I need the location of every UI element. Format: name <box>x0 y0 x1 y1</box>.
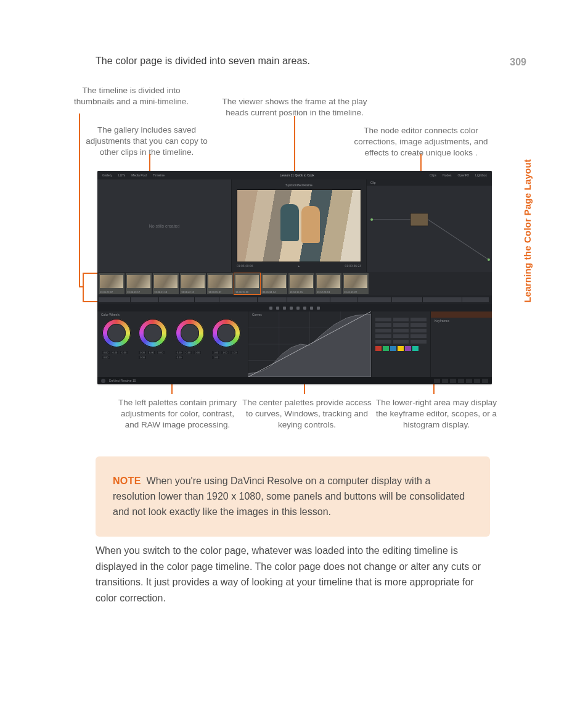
color-wheel-ring[interactable] <box>176 319 204 347</box>
callout-center-palettes: The center palettes provide access to cu… <box>239 397 375 431</box>
thumb-timecode: 13:53:39:07 <box>208 291 221 294</box>
qualifier-panel[interactable] <box>371 311 430 377</box>
param-field[interactable] <box>375 323 391 327</box>
mini-timeline[interactable] <box>97 295 492 304</box>
play-icon[interactable]: ▸ <box>298 264 300 268</box>
color-wheel-offset[interactable]: 1.001.001.001.00 <box>212 319 243 359</box>
param-field[interactable] <box>393 323 409 327</box>
color-wheel-lift[interactable]: 0.000.000.000.00 <box>102 319 133 359</box>
toolbar-item[interactable]: Timeline <box>153 173 165 177</box>
curves-panel[interactable]: Curves <box>248 311 371 377</box>
param-field[interactable] <box>393 318 409 321</box>
mini-timeline-clip[interactable] <box>195 297 219 302</box>
param-field[interactable] <box>375 318 391 321</box>
viewer-panel[interactable]: Syncronized Frame 01:03:40:06 ▸ 01:00:36… <box>232 179 366 272</box>
top-toolbar: Gallery LUTs Media Pool Timeline Lesson … <box>97 171 492 179</box>
palette-toolbar <box>97 304 492 311</box>
color-swatch[interactable] <box>383 346 389 351</box>
wheel-readout: 0.00 <box>120 351 128 354</box>
app-logo-icon <box>101 379 105 383</box>
mini-timeline-clip[interactable] <box>392 297 423 302</box>
figure-color-page-layout: The timeline is divided into thumbnails … <box>79 81 492 452</box>
param-field[interactable] <box>410 334 427 338</box>
color-wheel-gamma[interactable]: 0.000.000.000.00 <box>139 319 169 359</box>
thumbnail-clip[interactable]: 13:52:28:13 <box>316 273 341 294</box>
thumbnail-clip[interactable]: 13:50:19:15 <box>288 273 314 294</box>
param-field[interactable] <box>375 340 391 344</box>
wheel-readout: 0.00 <box>176 356 183 359</box>
color-swatch[interactable] <box>375 346 382 351</box>
mini-timeline-clip[interactable] <box>258 297 287 302</box>
toolbar-item[interactable]: OpenFX <box>457 173 469 177</box>
mini-timeline-clip[interactable] <box>159 297 195 302</box>
color-swatch[interactable] <box>405 346 411 351</box>
color-swatch[interactable] <box>412 346 419 351</box>
param-field[interactable] <box>410 323 427 327</box>
param-field[interactable] <box>393 334 409 338</box>
wheel-readout: 1.00 <box>221 351 229 354</box>
thumb-timecode: 13:41:19:22 <box>344 291 357 294</box>
thumb-timecode: 13:36:11:18 <box>154 291 167 294</box>
note-text: When you're using DaVinci Resolve on a c… <box>113 476 465 517</box>
color-wheel-ring[interactable] <box>212 319 240 347</box>
mini-timeline-clip[interactable] <box>462 297 489 302</box>
toolbar-item[interactable]: Nodes <box>443 173 451 177</box>
intro-text: The color page is divided into seven mai… <box>96 56 490 67</box>
toolbar-item[interactable]: LUTs <box>118 173 125 177</box>
thumbnail-clip[interactable]: 13:46:19:00 <box>234 273 260 294</box>
keyframe-panel[interactable]: Keyframes <box>430 311 492 377</box>
mini-timeline-clip[interactable] <box>99 297 131 302</box>
leader <box>79 286 83 287</box>
thumbnail-timeline[interactable]: 13:35:22:0713:36:13:1713:36:11:1813:58:4… <box>97 272 492 295</box>
param-field[interactable] <box>410 329 427 332</box>
mini-timeline-clip[interactable] <box>287 297 330 302</box>
param-field[interactable] <box>410 340 427 344</box>
panel-title: Curves <box>252 313 262 316</box>
color-wheel-ring[interactable] <box>102 319 131 347</box>
color-wheels-panel[interactable]: Color Wheels 0.000.000.000.000.000.000.0… <box>97 311 248 377</box>
screenshot-color-page: Gallery LUTs Media Pool Timeline Lesson … <box>97 171 492 384</box>
mini-timeline-clip[interactable] <box>131 297 159 302</box>
param-field[interactable] <box>375 334 391 338</box>
color-wheel-gain[interactable]: 0.000.000.000.00 <box>176 319 206 359</box>
page-switcher[interactable] <box>434 379 488 383</box>
mini-timeline-clip[interactable] <box>330 297 357 302</box>
thumbnail-clip[interactable]: 13:58:42:19 <box>180 273 206 294</box>
param-field[interactable] <box>410 318 427 321</box>
keyframe-ruler <box>431 311 492 318</box>
svg-point-3 <box>370 218 373 221</box>
color-wheel-ring[interactable] <box>139 319 167 347</box>
toolbar-item[interactable]: Media Pool <box>131 173 147 177</box>
mini-timeline-clip[interactable] <box>357 297 392 302</box>
param-field[interactable] <box>393 329 409 332</box>
curves-graph <box>248 311 371 377</box>
callout-timeline: The timeline is divided into thumbnails … <box>73 85 190 107</box>
leader <box>79 113 80 286</box>
wheel-readout: 0.00 <box>139 351 146 354</box>
color-swatch[interactable] <box>398 346 404 351</box>
wheel-readout: 1.00 <box>212 356 219 359</box>
thumbnail-clip[interactable]: 13:53:39:07 <box>207 273 233 294</box>
thumbnail-clip[interactable]: 13:41:19:22 <box>343 273 369 294</box>
color-swatch[interactable] <box>390 346 396 351</box>
node-editor-panel[interactable]: Clip <box>366 179 492 272</box>
toolbar-item[interactable]: Clips <box>430 173 436 177</box>
thumb-timecode: 13:46:19:00 <box>235 291 248 294</box>
node-tab[interactable]: Clip <box>370 181 376 184</box>
mini-timeline-clip[interactable] <box>219 297 258 302</box>
mini-timeline-clip[interactable] <box>423 297 462 302</box>
gallery-panel[interactable]: No stills created <box>97 179 232 272</box>
thumbnail-clip[interactable]: 08:49:34:14 <box>261 273 287 294</box>
toolbar-item[interactable]: Gallery <box>102 173 112 177</box>
thumbnail-clip[interactable]: 13:36:11:18 <box>153 273 179 294</box>
thumb-timecode: 13:58:42:19 <box>181 291 194 294</box>
note-box: NOTE When you're using DaVinci Resolve o… <box>96 456 490 537</box>
thumbnail-clip[interactable]: 13:35:22:07 <box>99 273 125 294</box>
thumbnail-clip[interactable]: 13:36:13:17 <box>126 273 152 294</box>
param-field[interactable] <box>375 329 391 332</box>
wheel-readout: 0.00 <box>139 356 146 359</box>
project-title: Lesson 11 Quick to Cook <box>280 173 314 177</box>
param-field[interactable] <box>393 340 409 344</box>
thumb-timecode: 13:50:19:15 <box>290 291 303 294</box>
toolbar-item[interactable]: Lightbox <box>475 173 487 177</box>
